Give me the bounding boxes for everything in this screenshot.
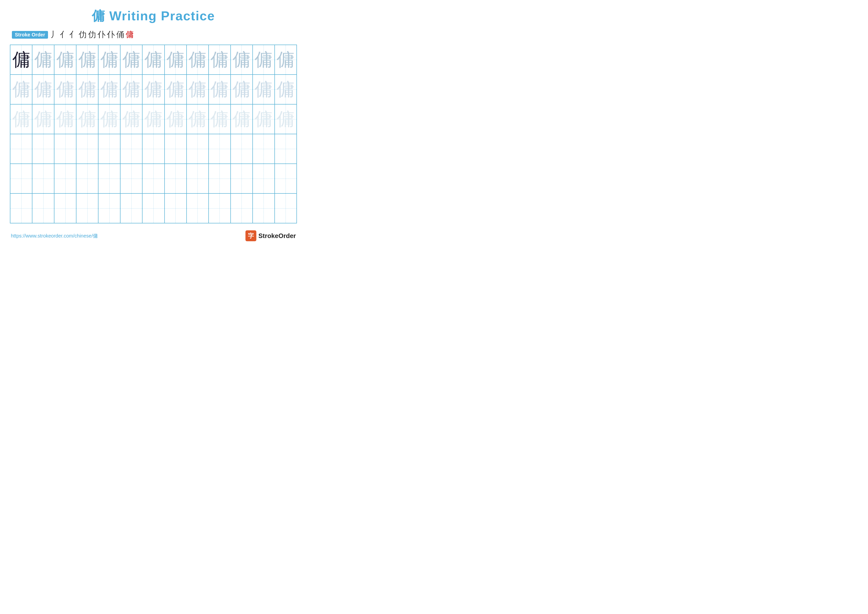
grid-cell[interactable]: 傭	[76, 45, 98, 75]
grid-cell[interactable]: 傭	[120, 75, 142, 104]
grid-cell-empty[interactable]	[164, 193, 186, 223]
grid-cell-empty[interactable]	[231, 164, 253, 193]
grid-cell[interactable]: 傭	[142, 75, 164, 104]
grid-cell-empty[interactable]	[164, 134, 186, 164]
grid-cell-empty[interactable]	[186, 164, 209, 193]
grid-cell-empty[interactable]	[164, 164, 186, 193]
grid-cell[interactable]: 傭	[186, 45, 209, 75]
grid-cell-empty[interactable]	[32, 164, 54, 193]
grid-cell[interactable]: 傭	[76, 104, 98, 134]
grid-cell[interactable]: 傭	[76, 75, 98, 104]
character-display: 傭	[144, 110, 162, 128]
grid-cell[interactable]: 傭	[231, 104, 253, 134]
grid-cell[interactable]: 傭	[209, 104, 231, 134]
character-display: 傭	[211, 51, 228, 68]
character-display: 傭	[144, 51, 162, 68]
stroke-order-row: Stroke Order 丿 亻 亻 仂 仂 仆 仆 俑 傭	[10, 29, 297, 40]
character-display: 傭	[101, 110, 118, 128]
grid-cell-empty[interactable]	[120, 164, 142, 193]
grid-cell-empty[interactable]	[98, 134, 120, 164]
grid-cell[interactable]: 傭	[98, 104, 120, 134]
grid-cell[interactable]: 傭	[231, 75, 253, 104]
grid-cell[interactable]: 傭	[54, 75, 76, 104]
grid-cell-empty[interactable]	[209, 193, 231, 223]
grid-cell-empty[interactable]	[274, 193, 297, 223]
grid-cell-empty[interactable]	[32, 134, 54, 164]
grid-cell[interactable]: 傭	[32, 104, 54, 134]
grid-cell-empty[interactable]	[209, 164, 231, 193]
footer-url[interactable]: https://www.strokeorder.com/chinese/傭	[11, 233, 98, 239]
grid-cell[interactable]: 傭	[274, 45, 297, 75]
grid-cell[interactable]: 傭	[120, 104, 142, 134]
character-display: 傭	[277, 51, 294, 68]
grid-cell[interactable]: 傭	[164, 104, 186, 134]
grid-cell[interactable]: 傭	[186, 104, 209, 134]
grid-cell[interactable]: 傭	[209, 45, 231, 75]
grid-cell-empty[interactable]	[142, 164, 164, 193]
grid-cell-empty[interactable]	[10, 164, 32, 193]
grid-cell-empty[interactable]	[231, 134, 253, 164]
grid-cell[interactable]: 傭	[274, 104, 297, 134]
grid-cell-empty[interactable]	[10, 134, 32, 164]
grid-cell-empty[interactable]	[274, 164, 297, 193]
logo-icon: 字	[245, 230, 256, 241]
grid-cell-empty[interactable]	[32, 193, 54, 223]
grid-cell-empty[interactable]	[142, 134, 164, 164]
stroke-order-badge: Stroke Order	[12, 31, 48, 39]
character-display: 傭	[189, 51, 206, 68]
character-display: 傭	[78, 110, 96, 128]
grid-cell[interactable]: 傭	[32, 75, 54, 104]
character-display: 傭	[211, 81, 228, 98]
grid-cell[interactable]: 傭	[54, 104, 76, 134]
grid-cell[interactable]: 傭	[54, 45, 76, 75]
grid-cell[interactable]: 傭	[120, 45, 142, 75]
grid-cell-empty[interactable]	[76, 164, 98, 193]
grid-cell-empty[interactable]	[253, 193, 274, 223]
character-display: 傭	[232, 81, 250, 98]
grid-cell[interactable]: 傭	[253, 75, 274, 104]
grid-cell[interactable]: 傭	[10, 45, 32, 75]
grid-cell[interactable]: 傭	[98, 45, 120, 75]
character-display: 傭	[78, 51, 96, 68]
grid-cell-empty[interactable]	[253, 164, 274, 193]
grid-cell-empty[interactable]	[120, 193, 142, 223]
grid-cell[interactable]: 傭	[32, 45, 54, 75]
grid-cell-empty[interactable]	[10, 193, 32, 223]
grid-cell-empty[interactable]	[231, 193, 253, 223]
grid-cell-empty[interactable]	[274, 134, 297, 164]
grid-cell-empty[interactable]	[209, 134, 231, 164]
grid-cell[interactable]: 傭	[274, 75, 297, 104]
grid-cell-empty[interactable]	[186, 134, 209, 164]
grid-cell[interactable]: 傭	[231, 45, 253, 75]
grid-cell[interactable]: 傭	[164, 75, 186, 104]
character-display: 傭	[211, 110, 228, 128]
grid-cell[interactable]: 傭	[98, 75, 120, 104]
grid-cell-empty[interactable]	[54, 193, 76, 223]
grid-cell-empty[interactable]	[54, 134, 76, 164]
grid-cell-empty[interactable]	[120, 134, 142, 164]
character-display: 傭	[34, 81, 52, 98]
grid-cell[interactable]: 傭	[142, 104, 164, 134]
grid-cell[interactable]: 傭	[209, 75, 231, 104]
character-display: 傭	[166, 110, 184, 128]
character-display: 傭	[166, 51, 184, 68]
grid-cell-empty[interactable]	[142, 193, 164, 223]
stroke-5: 仂	[88, 29, 96, 40]
character-display: 傭	[232, 51, 250, 68]
grid-cell[interactable]: 傭	[186, 75, 209, 104]
grid-cell-empty[interactable]	[76, 193, 98, 223]
grid-cell[interactable]: 傭	[10, 104, 32, 134]
grid-cell[interactable]: 傭	[253, 104, 274, 134]
grid-cell-empty[interactable]	[253, 134, 274, 164]
grid-cell-empty[interactable]	[76, 134, 98, 164]
grid-cell-empty[interactable]	[98, 164, 120, 193]
character-display: 傭	[254, 51, 273, 68]
character-display: 傭	[277, 81, 294, 98]
grid-cell[interactable]: 傭	[164, 45, 186, 75]
grid-cell-empty[interactable]	[54, 164, 76, 193]
grid-cell[interactable]: 傭	[253, 45, 274, 75]
grid-cell-empty[interactable]	[186, 193, 209, 223]
grid-cell[interactable]: 傭	[142, 45, 164, 75]
grid-cell-empty[interactable]	[98, 193, 120, 223]
grid-cell[interactable]: 傭	[10, 75, 32, 104]
